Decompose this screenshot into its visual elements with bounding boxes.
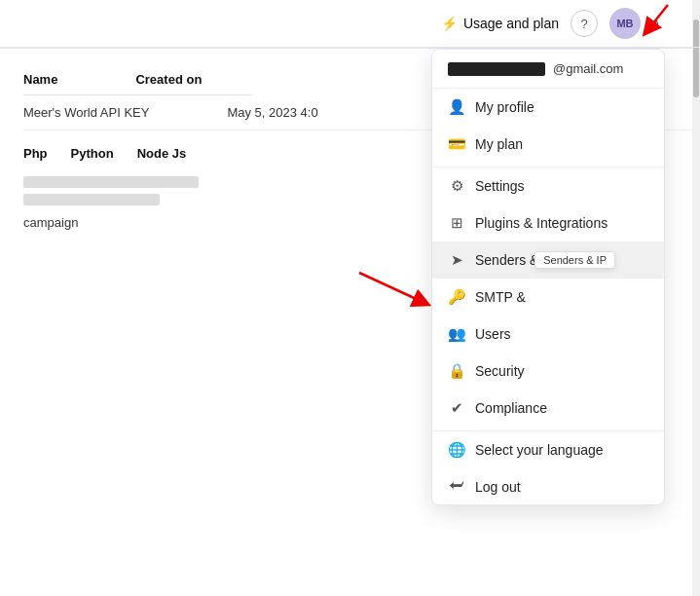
avatar-initials: MB — [616, 18, 633, 29]
menu-label-plugins: Plugins & Integrations — [475, 215, 608, 231]
dropdown-email-row: @gmail.com — [432, 50, 664, 89]
check-circle-icon: ✔ — [448, 399, 465, 417]
menu-item-senders-ip[interactable]: ➤ Senders & IP Senders & IP — [432, 242, 664, 279]
grid-icon: ⊞ — [448, 214, 465, 232]
key-icon: 🔑 — [448, 288, 465, 306]
menu-item-my-plan[interactable]: 💳 My plan — [432, 126, 664, 163]
menu-item-smtp[interactable]: 🔑 SMTP & — [432, 279, 664, 316]
send-icon: ➤ — [448, 251, 465, 269]
person-icon: 👤 — [448, 98, 465, 116]
chevron-up-icon: ∧ — [652, 17, 661, 30]
svg-line-1 — [359, 273, 423, 302]
menu-label-logout: Log out — [475, 479, 521, 495]
row-name: Meer's World API KEY — [23, 105, 149, 120]
code-line-1 — [23, 176, 199, 188]
menu-item-language[interactable]: 🌐 Select your language — [432, 430, 664, 468]
header: ⚡ Usage and plan ? MB ∧ — [0, 0, 700, 48]
col-name: Name — [23, 72, 57, 87]
menu-item-logout[interactable]: ⮨ Log out — [432, 468, 664, 504]
menu-label-settings: Settings — [475, 178, 525, 194]
menu-item-plugins[interactable]: ⊞ Plugins & Integrations — [432, 205, 664, 242]
table-header: Name Created on — [23, 64, 252, 95]
menu-item-my-profile[interactable]: 👤 My profile — [432, 89, 664, 126]
menu-label-compliance: Compliance — [475, 400, 547, 416]
menu-item-settings[interactable]: ⚙ Settings — [432, 167, 664, 205]
usage-icon: ⚡ — [441, 16, 458, 31]
globe-icon: 🌐 — [448, 441, 465, 459]
dropdown-menu: @gmail.com 👤 My profile 💳 My plan ⚙ Sett… — [431, 49, 665, 505]
tab-php[interactable]: Php — [23, 146, 48, 161]
col-created: Created on — [135, 72, 202, 87]
menu-label-my-plan: My plan — [475, 136, 523, 152]
code-line-2 — [23, 194, 160, 205]
menu-label-smtp: SMTP & — [475, 289, 526, 305]
chevron-button[interactable]: ∧ — [652, 17, 661, 30]
help-icon: ? — [580, 17, 587, 31]
tab-python[interactable]: Python — [71, 146, 114, 161]
menu-item-users[interactable]: 👥 Users — [432, 316, 664, 353]
senders-ip-tooltip: Senders & IP — [534, 251, 615, 269]
tab-nodejs[interactable]: Node Js — [137, 146, 187, 161]
email-redacted — [448, 62, 545, 76]
logout-icon: ⮨ — [448, 478, 465, 495]
email-domain: @gmail.com — [553, 61, 623, 76]
menu-item-security[interactable]: 🔒 Security — [432, 353, 664, 390]
avatar-button[interactable]: MB — [609, 8, 641, 39]
shield-icon: 🔒 — [448, 362, 465, 380]
menu-label-my-profile: My profile — [475, 99, 534, 115]
usage-plan-button[interactable]: ⚡ Usage and plan — [441, 16, 559, 31]
people-icon: 👥 — [448, 325, 465, 343]
row-created: May 5, 2023 4:0 — [227, 105, 317, 120]
menu-label-users: Users — [475, 326, 511, 342]
card-icon: 💳 — [448, 135, 465, 153]
menu-item-compliance[interactable]: ✔ Compliance — [432, 390, 664, 427]
help-button[interactable]: ? — [571, 10, 598, 37]
menu-label-language: Select your language — [475, 442, 604, 458]
menu-label-security: Security — [475, 363, 525, 379]
usage-plan-label: Usage and plan — [463, 16, 559, 31]
gear-icon: ⚙ — [448, 177, 465, 195]
